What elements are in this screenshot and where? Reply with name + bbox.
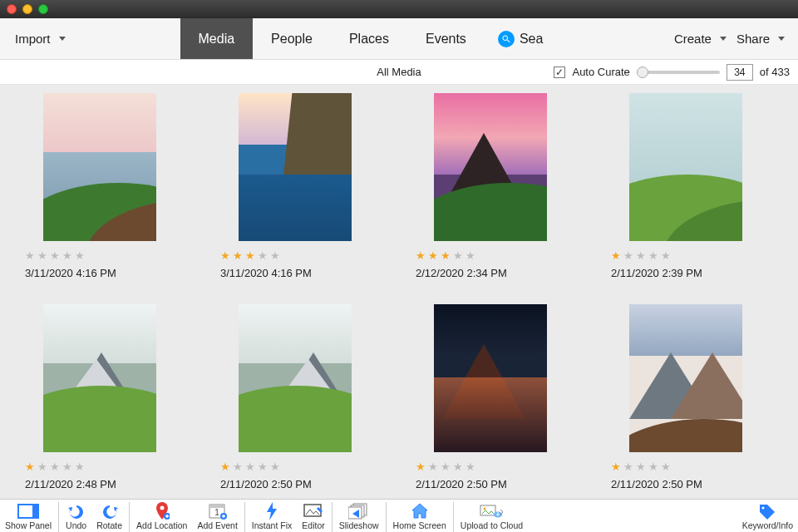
tab-people[interactable]: People xyxy=(253,18,331,59)
search-icon[interactable] xyxy=(498,31,515,47)
star-icon[interactable]: ★ xyxy=(270,461,283,473)
lightning-icon xyxy=(265,502,278,520)
media-thumbnail[interactable] xyxy=(434,304,547,452)
tab-media[interactable]: Media xyxy=(180,18,254,59)
star-icon[interactable]: ★ xyxy=(661,461,673,473)
star-icon[interactable]: ★ xyxy=(220,249,233,262)
star-icon[interactable]: ★ xyxy=(648,249,661,262)
curate-count-input[interactable]: 34 xyxy=(727,64,753,81)
star-icon[interactable]: ★ xyxy=(611,461,623,473)
filter-bar: All Media Auto Curate 34 of 433 xyxy=(0,60,798,85)
media-thumbnail[interactable] xyxy=(43,304,156,452)
media-item[interactable]: ★★★★★2/11/2020 2:50 PM xyxy=(416,304,565,499)
calendar-icon: 1 xyxy=(209,502,227,520)
tab-places[interactable]: Places xyxy=(331,18,407,59)
star-icon[interactable]: ★ xyxy=(466,461,478,473)
media-item[interactable]: ★★★★★3/11/2020 4:16 PM xyxy=(25,93,175,288)
rating-stars: ★★★★★ xyxy=(25,249,175,262)
undo-button[interactable]: Undo xyxy=(61,500,91,532)
svg-point-15 xyxy=(762,507,765,510)
window-maximize-button[interactable] xyxy=(38,4,48,14)
star-icon[interactable]: ★ xyxy=(623,461,636,473)
window-close-button[interactable] xyxy=(7,4,17,14)
slider-thumb[interactable] xyxy=(637,66,648,78)
star-icon[interactable]: ★ xyxy=(50,249,62,262)
auto-curate-checkbox[interactable] xyxy=(554,66,565,78)
media-thumbnail[interactable] xyxy=(629,93,742,241)
chevron-down-icon xyxy=(778,37,785,41)
star-icon[interactable]: ★ xyxy=(25,461,37,473)
media-date: 3/11/2020 4:16 PM xyxy=(25,267,175,279)
rotate-icon xyxy=(101,502,119,520)
media-thumbnail[interactable] xyxy=(239,304,352,452)
star-icon[interactable]: ★ xyxy=(270,249,283,262)
star-icon[interactable]: ★ xyxy=(245,249,258,262)
keyword-info-button[interactable]: Keyword/Info xyxy=(737,500,798,532)
media-item[interactable]: ★★★★★2/11/2020 2:39 PM xyxy=(611,93,761,288)
star-icon[interactable]: ★ xyxy=(245,461,258,473)
tab-events[interactable]: Events xyxy=(407,18,485,59)
media-date: 2/11/2020 2:39 PM xyxy=(611,267,761,279)
media-date: 2/11/2020 2:50 PM xyxy=(611,478,761,490)
media-item[interactable]: ★★★★★2/12/2020 2:34 PM xyxy=(416,93,565,288)
star-icon[interactable]: ★ xyxy=(37,461,50,473)
media-thumbnail[interactable] xyxy=(43,93,156,241)
search-text[interactable]: Sea xyxy=(520,32,543,47)
star-icon[interactable]: ★ xyxy=(441,461,453,473)
share-menu[interactable]: Share xyxy=(736,32,785,46)
show-panel-button[interactable]: Show Panel xyxy=(0,500,57,532)
auto-curate-slider[interactable] xyxy=(637,71,720,74)
star-icon[interactable]: ★ xyxy=(62,249,75,262)
media-item[interactable]: ★★★★★2/11/2020 2:50 PM xyxy=(220,304,370,499)
star-icon[interactable]: ★ xyxy=(648,461,661,473)
star-icon[interactable]: ★ xyxy=(441,249,453,262)
media-item[interactable]: ★★★★★2/11/2020 2:48 PM xyxy=(25,304,175,499)
slideshow-button[interactable]: Slideshow xyxy=(334,500,384,532)
star-icon[interactable]: ★ xyxy=(611,249,623,262)
media-item[interactable]: ★★★★★3/11/2020 4:16 PM xyxy=(220,93,370,288)
star-icon[interactable]: ★ xyxy=(453,249,466,262)
curate-total-label: of 433 xyxy=(760,66,790,78)
star-icon[interactable]: ★ xyxy=(62,461,75,473)
star-icon[interactable]: ★ xyxy=(258,461,270,473)
editor-button[interactable]: Editor xyxy=(297,500,329,532)
star-icon[interactable]: ★ xyxy=(636,249,648,262)
star-icon[interactable]: ★ xyxy=(428,249,441,262)
star-icon[interactable]: ★ xyxy=(220,461,233,473)
star-icon[interactable]: ★ xyxy=(258,249,270,262)
media-thumbnail[interactable] xyxy=(629,304,742,452)
import-label: Import xyxy=(15,32,51,46)
star-icon[interactable]: ★ xyxy=(428,461,441,473)
star-icon[interactable]: ★ xyxy=(416,461,428,473)
star-icon[interactable]: ★ xyxy=(233,249,245,262)
star-icon[interactable]: ★ xyxy=(25,249,37,262)
star-icon[interactable]: ★ xyxy=(453,461,466,473)
star-icon[interactable]: ★ xyxy=(75,461,87,473)
svg-rect-12 xyxy=(480,505,495,515)
star-icon[interactable]: ★ xyxy=(233,461,245,473)
star-icon[interactable]: ★ xyxy=(623,249,636,262)
star-icon[interactable]: ★ xyxy=(636,461,648,473)
import-menu[interactable]: Import xyxy=(0,32,81,46)
star-icon[interactable]: ★ xyxy=(50,461,62,473)
add-event-button[interactable]: 1 Add Event xyxy=(192,500,242,532)
star-icon[interactable]: ★ xyxy=(75,249,87,262)
star-icon[interactable]: ★ xyxy=(37,249,50,262)
media-item[interactable]: ★★★★★2/11/2020 2:50 PM xyxy=(611,304,761,499)
star-icon[interactable]: ★ xyxy=(466,249,478,262)
create-menu[interactable]: Create xyxy=(674,32,727,46)
media-thumbnail[interactable] xyxy=(434,93,547,241)
tag-icon xyxy=(758,502,776,520)
home-screen-button[interactable]: Home Screen xyxy=(388,500,451,532)
window-minimize-button[interactable] xyxy=(22,4,32,14)
media-thumbnail[interactable] xyxy=(239,93,352,241)
upload-to-cloud-button[interactable]: Upload to Cloud xyxy=(456,500,528,532)
bottom-dock: Show Panel Undo Rotate Add Location 1 Ad… xyxy=(0,499,798,532)
instant-fix-button[interactable]: Instant Fix xyxy=(247,500,297,532)
add-location-button[interactable]: Add Location xyxy=(131,500,192,532)
star-icon[interactable]: ★ xyxy=(661,249,673,262)
rotate-button[interactable]: Rotate xyxy=(91,500,127,532)
cloud-upload-icon xyxy=(480,502,503,520)
star-icon[interactable]: ★ xyxy=(416,249,428,262)
filter-title: All Media xyxy=(377,66,421,78)
